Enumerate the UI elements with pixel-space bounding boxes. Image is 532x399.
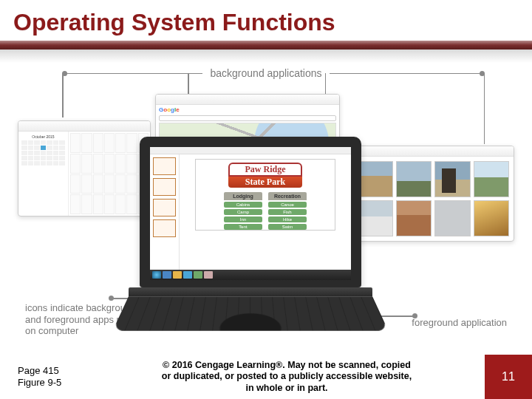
list-item: Fish (268, 209, 307, 215)
start-button-icon (152, 271, 161, 279)
calendar-mini-grid (21, 140, 65, 166)
taskbar-icon (173, 271, 182, 279)
laptop-hinge (129, 287, 372, 296)
taskbar-icon (204, 271, 213, 279)
copyright-notice: © 2016 Cengage Learning®. May not be sca… (89, 360, 485, 395)
section-header: Recreation (268, 192, 307, 200)
connector-line (330, 73, 485, 88)
slide-title: Operating System Functions (13, 9, 532, 36)
taskbar (150, 270, 351, 280)
title-area: Operating System Functions (0, 0, 532, 36)
connector-line (62, 73, 202, 88)
laptop: Paw Ridge State Park Lodging Cabins Camp… (129, 137, 372, 336)
recreation-section: Recreation Canoe Fish Hike Swim (268, 192, 307, 230)
list-item: Hike (268, 216, 307, 222)
search-bar (159, 115, 336, 121)
taskbar-icon (163, 271, 171, 279)
slide-number-badge: 11 (485, 355, 532, 399)
laptop-screen: Paw Ridge State Park Lodging Cabins Camp… (150, 147, 351, 280)
list-item: Inn (224, 216, 262, 222)
connector-line (62, 73, 64, 117)
figure-number: Figure 9-5 (18, 377, 89, 389)
google-logo: Google (156, 105, 339, 115)
park-subtitle: State Park (228, 177, 302, 188)
laptop-lid: Paw Ridge State Park Lodging Cabins Camp… (140, 137, 361, 287)
list-item: Camp (224, 209, 262, 215)
thumbnail-grid (352, 157, 514, 241)
window-titlebar (352, 146, 514, 157)
page-reference: Page 415 Figure 9-5 (0, 365, 89, 389)
connector-line (484, 73, 485, 144)
photo-thumb (474, 200, 510, 236)
list-item: Canoe (268, 202, 307, 208)
window-titlebar (156, 95, 339, 105)
section-header: Lodging (224, 192, 262, 200)
laptop-keyboard (112, 296, 388, 331)
footer: Page 415 Figure 9-5 © 2016 Cengage Learn… (0, 355, 532, 399)
presentation-slide: Paw Ridge State Park Lodging Cabins Camp… (195, 159, 335, 231)
page-number: Page 415 (18, 365, 89, 377)
background-apps-label: background applications (211, 67, 322, 79)
slide-thumbnails-panel (150, 154, 180, 270)
lodging-section: Lodging Cabins Camp Inn Tent (224, 192, 262, 230)
window-titlebar (18, 121, 150, 132)
list-item: Swim (268, 224, 307, 230)
app-titlebar (150, 147, 351, 154)
photo-thumb (434, 161, 471, 197)
list-item: Cabins (224, 202, 262, 208)
taskbar-icon (183, 271, 192, 279)
taskbar-icon (194, 271, 202, 279)
photo-thumb (396, 200, 432, 236)
photo-thumb (434, 200, 471, 236)
photo-gallery-window (352, 146, 514, 242)
list-item: Tent (224, 224, 262, 230)
photo-thumb (474, 161, 510, 197)
title-divider-bar (0, 41, 532, 50)
park-name: Paw Ridge (228, 163, 302, 177)
photo-thumb (396, 161, 432, 197)
figure: background applications October 2015 (18, 72, 514, 345)
foreground-app-label: foreground application (412, 317, 507, 328)
calendar-month-label: October 2015 (21, 134, 65, 139)
